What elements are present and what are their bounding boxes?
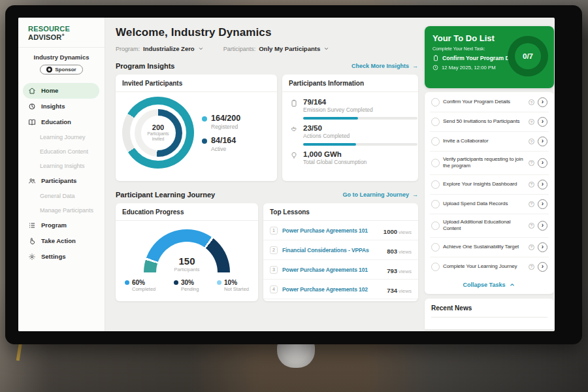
task-row[interactable]: Confirm Your Program Details ? › bbox=[430, 93, 549, 112]
sidebar-item-manage-participants[interactable]: Manage Participants bbox=[18, 203, 105, 218]
chevron-down-icon bbox=[323, 46, 329, 52]
task-checkbox[interactable] bbox=[431, 180, 440, 189]
task-label: Invite a Collaborator bbox=[443, 138, 525, 144]
help-icon[interactable]: ? bbox=[529, 160, 534, 166]
lesson-row[interactable]: 1 Power Purchase Agreements 101 1000view… bbox=[263, 221, 418, 240]
sidebar-item-general-data[interactable]: General Data bbox=[18, 189, 105, 203]
home-icon bbox=[28, 87, 36, 95]
chevron-right-icon[interactable]: › bbox=[538, 180, 547, 189]
task-checkbox[interactable] bbox=[431, 200, 440, 208]
task-row[interactable]: Explore Your Insights Dashboard ? › bbox=[430, 175, 549, 195]
chevron-right-icon[interactable]: › bbox=[538, 199, 547, 209]
task-label: Verify participants requesting to join t… bbox=[443, 156, 525, 170]
help-icon[interactable]: ? bbox=[529, 201, 534, 207]
task-row[interactable]: Verify participants requesting to join t… bbox=[430, 152, 549, 175]
help-icon[interactable]: ? bbox=[529, 264, 534, 270]
sidebar-item-label: Take Action bbox=[41, 237, 76, 244]
task-row[interactable]: Upload Additional Educational Content ? … bbox=[430, 214, 549, 238]
sidebar-item-home[interactable]: Home bbox=[23, 83, 99, 99]
chevron-right-icon[interactable]: › bbox=[538, 137, 547, 146]
task-checkbox[interactable] bbox=[431, 118, 440, 126]
sidebar-item-education-content[interactable]: Education Content bbox=[18, 144, 105, 159]
task-row[interactable]: Complete Your Learning Journey ? › bbox=[430, 257, 549, 276]
program-filter[interactable]: Program: Industrialize Zero bbox=[116, 45, 204, 52]
legend-label: Pending bbox=[181, 286, 199, 292]
sidebar-item-participants[interactable]: Participants bbox=[18, 173, 105, 189]
donut-center-label: Participants Invited bbox=[141, 131, 176, 142]
arrow-right-icon: → bbox=[412, 191, 418, 198]
chevron-right-icon[interactable]: › bbox=[538, 242, 547, 252]
task-checkbox[interactable] bbox=[431, 137, 440, 146]
task-row[interactable]: Achieve One Sustainability Target ? › bbox=[430, 238, 549, 257]
task-checkbox[interactable] bbox=[431, 159, 440, 167]
lesson-link[interactable]: Power Purchase Agreements 101 bbox=[282, 227, 379, 234]
task-row[interactable]: Invite a Collaborator ? › bbox=[430, 132, 549, 152]
sidebar-item-take-action[interactable]: Take Action bbox=[18, 233, 105, 249]
sidebar-item-settings[interactable]: Settings bbox=[18, 249, 105, 265]
chevron-right-icon[interactable]: › bbox=[538, 117, 547, 127]
lesson-row[interactable]: 2 Financial Considerations - VPPAs 803vi… bbox=[263, 240, 418, 260]
sidebar-item-label: Settings bbox=[41, 253, 65, 260]
actions-progress-fill bbox=[303, 143, 356, 146]
participants-filter[interactable]: Participants: Only My Participants bbox=[223, 45, 330, 52]
lesson-views: 1000 bbox=[384, 228, 397, 235]
legend-item-registered: 164/200 Registered bbox=[202, 114, 240, 130]
collapse-tasks-link[interactable]: Collapse Tasks bbox=[430, 276, 549, 291]
chevron-right-icon[interactable]: › bbox=[538, 158, 547, 168]
sidebar-item-learning-insights[interactable]: Learning Insights bbox=[18, 159, 105, 173]
task-checkbox[interactable] bbox=[431, 243, 440, 252]
lesson-views-label: views bbox=[399, 288, 412, 294]
settings-icon bbox=[28, 253, 36, 261]
card-title: Education Progress bbox=[116, 203, 258, 221]
help-icon[interactable]: ? bbox=[529, 182, 534, 188]
check-more-insights-link[interactable]: Check More Insights → bbox=[351, 63, 418, 69]
legend-item-active: 84/164 Active bbox=[202, 136, 240, 152]
help-icon[interactable]: ? bbox=[529, 99, 534, 105]
lesson-link[interactable]: Power Purchase Agreements 102 bbox=[282, 286, 382, 293]
sidebar-item-insights[interactable]: Insights bbox=[18, 99, 105, 114]
chevron-right-icon[interactable]: › bbox=[538, 221, 547, 231]
sidebar: RESOURCE ADVISOR+ Industry Dynamics Spon… bbox=[18, 18, 105, 331]
sidebar-item-label: Home bbox=[41, 87, 58, 94]
task-label: Explore Your Insights Dashboard bbox=[443, 181, 525, 188]
gauge-center-label: Participants bbox=[144, 267, 230, 272]
task-row[interactable]: Send 50 Invitations to Participants ? › bbox=[430, 112, 549, 132]
task-label: Upload Additional Educational Content bbox=[443, 219, 525, 233]
lesson-link[interactable]: Financial Considerations - VPPAs bbox=[282, 247, 382, 253]
go-to-learning-journey-link[interactable]: Go to Learning Journey → bbox=[342, 191, 418, 198]
chevron-right-icon[interactable]: › bbox=[538, 97, 547, 107]
help-icon[interactable]: ? bbox=[529, 244, 534, 250]
sidebar-nav: Home Insights Education Learning Journey… bbox=[18, 83, 105, 265]
legend-item-not-started: 10% Not Started bbox=[217, 279, 249, 292]
lesson-row[interactable]: 4 Power Purchase Agreements 102 734views bbox=[263, 280, 418, 299]
sidebar-item-education[interactable]: Education bbox=[18, 114, 105, 130]
task-checkbox[interactable] bbox=[431, 98, 440, 106]
task-checkbox[interactable] bbox=[431, 263, 440, 271]
help-icon[interactable]: ? bbox=[529, 223, 534, 229]
participants-information-card: Participants Information 79/164 Emission… bbox=[282, 74, 418, 181]
education-progress-gauge-chart: 150 Participants bbox=[144, 229, 230, 272]
legend-label: Not Started bbox=[224, 286, 249, 292]
sidebar-item-learning-journey[interactable]: Learning Journey bbox=[18, 130, 105, 144]
lesson-row[interactable]: 5 Power Purchase Agreements 103 600views bbox=[263, 299, 418, 301]
legend-label: Completed bbox=[132, 286, 155, 292]
task-checkbox[interactable] bbox=[431, 221, 440, 230]
info-value: 23/50 bbox=[303, 124, 417, 132]
lesson-views-label: views bbox=[399, 249, 412, 255]
chevron-right-icon[interactable]: › bbox=[538, 262, 547, 272]
help-icon[interactable]: ? bbox=[529, 139, 534, 144]
lesson-row[interactable]: 3 Power Purchase Agreements 101 793views bbox=[263, 260, 418, 280]
task-row[interactable]: Upload Spend Data Records ? › bbox=[430, 195, 549, 214]
todo-progress-value: 0/7 bbox=[523, 52, 533, 60]
chevron-up-icon bbox=[509, 282, 515, 288]
recent-news-card: Recent News bbox=[425, 299, 554, 329]
education-progress-card: Education Progress 150 Participants bbox=[116, 203, 258, 301]
lesson-link[interactable]: Power Purchase Agreements 101 bbox=[282, 267, 382, 273]
dashboard-screen: RESOURCE ADVISOR+ Industry Dynamics Spon… bbox=[18, 18, 555, 331]
logo-text-primary: RESOURCE bbox=[28, 25, 70, 33]
sidebar-item-program[interactable]: Program bbox=[18, 218, 105, 233]
chevron-down-icon bbox=[198, 46, 204, 52]
help-icon[interactable]: ? bbox=[529, 119, 534, 125]
invited-participants-donut-chart: 200 Participants Invited bbox=[122, 97, 194, 169]
legend-label: Active bbox=[211, 146, 236, 152]
